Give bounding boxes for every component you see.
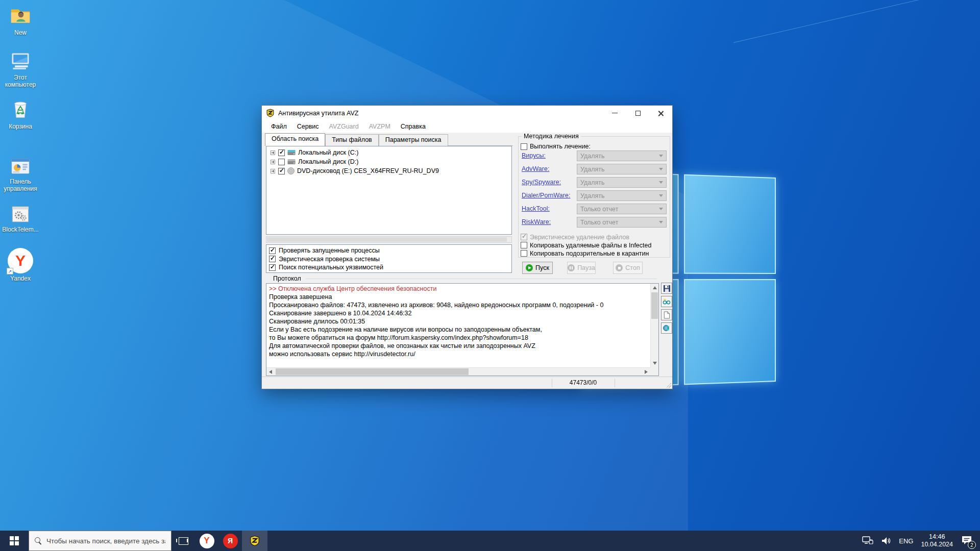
checkbox[interactable] (269, 247, 276, 254)
scroll-down-icon[interactable] (653, 362, 657, 365)
tab-file-types[interactable]: Типы файлов (325, 134, 379, 146)
start-button-taskbar[interactable] (0, 531, 29, 551)
expand-plus-icon[interactable] (271, 151, 275, 155)
save-log-button[interactable] (661, 283, 672, 294)
wallpaper-crease-line (733, 0, 980, 43)
viruses-action-dropdown[interactable]: Удалять (577, 151, 667, 161)
log-horizontal-scrollbar[interactable] (266, 367, 650, 375)
stop-icon (616, 264, 623, 271)
viruses-link[interactable]: Вирусы: (522, 152, 546, 159)
clock[interactable]: 14:46 10.04.2024 (921, 533, 953, 548)
menu-file[interactable]: Файл (266, 121, 292, 132)
search-input[interactable] (46, 537, 165, 545)
dialer-action-dropdown[interactable]: Удалять (577, 190, 667, 201)
tree-row-disk-c[interactable]: Локальный диск (C:) (266, 148, 511, 157)
desktop-icon-control-panel[interactable]: Панель управления (1, 156, 40, 192)
scroll-right-icon[interactable] (645, 370, 648, 374)
clock-time: 14:46 (921, 533, 953, 541)
checkbox[interactable] (521, 250, 527, 257)
avz-shield-icon (266, 109, 275, 117)
resize-grip[interactable] (666, 383, 671, 388)
option-vulnerability-search[interactable]: Поиск потенциальных уязвимостей (266, 263, 511, 272)
windows-logo-pane (684, 279, 776, 385)
log-line: Для автоматической проверки файлов, не о… (269, 342, 648, 350)
minimize-button[interactable] (603, 106, 626, 120)
close-button[interactable] (649, 106, 672, 120)
copy-deleted-checkbox-row[interactable]: Копировать удаляемые файлы в Infected (521, 241, 651, 249)
riskware-link[interactable]: RiskWare: (522, 218, 551, 226)
task-view-button[interactable] (172, 531, 195, 551)
tree-checkbox[interactable] (278, 159, 285, 165)
desktop-icon-label: Этот компьютер (1, 74, 40, 88)
speaker-icon[interactable] (881, 536, 891, 545)
desktop-wallpaper: New Этот компьютер Корзина (0, 0, 980, 551)
desktop-icon-block-telemetry[interactable]: BlockTelem... (1, 204, 40, 233)
taskbar-yandex-search[interactable]: Я (218, 531, 242, 551)
checkbox[interactable] (521, 143, 527, 150)
language-indicator[interactable]: ENG (899, 537, 913, 545)
spyware-action-dropdown[interactable]: Удалять (577, 177, 667, 188)
tree-row-disk-d[interactable]: Локальный диск (D:) (266, 157, 511, 166)
floppy-save-icon (663, 285, 671, 292)
tree-checkbox[interactable] (278, 149, 285, 156)
option-check-processes[interactable]: Проверять запущенные процессы (266, 246, 511, 255)
tree-horizontal-scrollbar[interactable] (266, 236, 512, 243)
taskbar-search[interactable] (29, 531, 172, 551)
dialer-link[interactable]: Dialer/PornWare: (522, 192, 570, 199)
chevron-down-icon (659, 221, 663, 223)
checkbox[interactable] (269, 256, 276, 262)
perform-treatment-checkbox-row[interactable]: Выполнять лечение: (521, 143, 591, 150)
yandex-search-icon: Я (223, 534, 238, 548)
checkbox[interactable] (521, 242, 527, 248)
computer-icon (9, 50, 32, 72)
riskware-action-dropdown[interactable]: Только отчет (577, 217, 667, 228)
action-center-button[interactable]: 2 (961, 534, 974, 547)
network-icon[interactable] (862, 536, 873, 545)
hacktool-action-dropdown[interactable]: Только отчет (577, 204, 667, 214)
globe-refresh-icon (663, 324, 671, 332)
clear-log-button[interactable] (661, 309, 672, 320)
tree-row-dvd-e[interactable]: DVD-дисковод (E:) CES_X64FREV_RU-RU_DV9 (266, 166, 511, 176)
start-button[interactable]: Пуск (522, 262, 553, 274)
hacktool-link[interactable]: HackTool: (522, 205, 550, 212)
stop-button[interactable]: Стоп (613, 262, 643, 274)
desktop-icon-new-folder[interactable]: New (1, 4, 40, 36)
menu-avzguard[interactable]: AVZGuard (324, 121, 364, 132)
desktop-icon-label: Корзина (9, 123, 32, 130)
protocol-divider (306, 279, 657, 279)
category-spyware: Spy/Spyware: (522, 177, 561, 188)
yandex-browser-icon: Y (200, 534, 214, 548)
avz-window: Антивирусная утилита AVZ Файл Сервис AVZ… (261, 105, 673, 389)
scroll-up-icon[interactable] (653, 286, 657, 289)
menu-help[interactable]: Справка (396, 121, 431, 132)
tab-strip: Область поиска Типы файлов Параметры пои… (265, 133, 448, 146)
titlebar[interactable]: Антивирусная утилита AVZ (262, 106, 672, 120)
maximize-button[interactable] (626, 106, 649, 120)
protocol-log[interactable]: >> Отключена служба Центр обеспечения бе… (266, 283, 659, 376)
log-vertical-scrollbar[interactable] (650, 284, 658, 367)
tree-checkbox[interactable] (278, 168, 285, 174)
advware-link[interactable]: AdvWare: (522, 165, 549, 172)
checkbox[interactable] (269, 264, 276, 271)
taskbar: Y Я ENG (0, 531, 980, 551)
menu-service[interactable]: Сервис (292, 121, 324, 132)
tab-search-area[interactable]: Область поиска (265, 133, 325, 146)
advware-action-dropdown[interactable]: Удалять (577, 164, 667, 174)
web-service-button[interactable] (661, 322, 672, 334)
desktop-icon-recycle-bin[interactable]: Корзина (1, 98, 40, 130)
pause-button[interactable]: Пауза (567, 262, 596, 274)
scroll-left-icon[interactable] (269, 370, 272, 374)
tab-search-params[interactable]: Параметры поиска (379, 134, 448, 146)
expand-plus-icon[interactable] (271, 160, 275, 164)
desktop-icon-yandex[interactable]: Y ↗ Yandex (1, 248, 40, 282)
spyware-link[interactable]: Spy/Spyware: (522, 179, 561, 186)
heuristic-delete-checkbox-row[interactable]: Эвристическое удаление файлов (521, 233, 629, 241)
taskbar-yandex-browser[interactable]: Y (195, 531, 218, 551)
taskbar-avz-app[interactable] (242, 531, 267, 551)
desktop-icon-this-pc[interactable]: Этот компьютер (1, 50, 40, 88)
expand-plus-icon[interactable] (271, 169, 275, 173)
copy-suspicious-checkbox-row[interactable]: Копировать подозрительные в карантин (521, 249, 649, 257)
search-log-button[interactable] (661, 296, 672, 307)
option-heuristic-check[interactable]: Эвристическая проверка системы (266, 255, 511, 264)
menu-avzpm[interactable]: AVZPM (364, 121, 396, 132)
